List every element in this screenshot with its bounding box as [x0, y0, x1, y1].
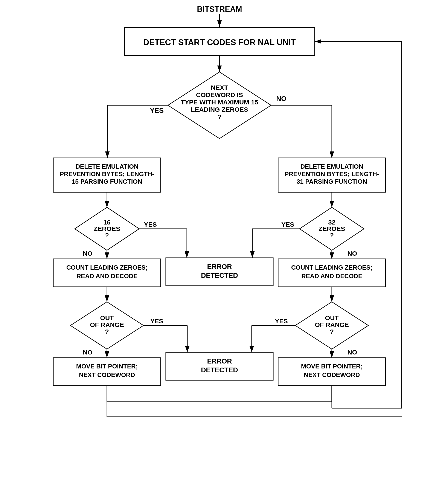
no-32-label: NO [348, 250, 357, 257]
svg-text:?: ? [218, 113, 221, 120]
svg-text:31 PARSING FUNCTION: 31 PARSING FUNCTION [297, 178, 367, 185]
svg-text:OF RANGE: OF RANGE [315, 321, 349, 328]
diamond-range-left-text: OUT [100, 314, 114, 321]
no-range-right-label: NO [348, 349, 357, 356]
error-detected-2-text: ERROR [207, 357, 232, 365]
no-label-1: NO [276, 95, 287, 102]
svg-text:?: ? [105, 328, 109, 335]
svg-text:15 PARSING FUNCTION: 15 PARSING FUNCTION [72, 178, 142, 185]
svg-text:NEXT CODEWORD: NEXT CODEWORD [304, 371, 360, 378]
svg-text:OF RANGE: OF RANGE [90, 321, 124, 328]
move-bit-right-text: MOVE BIT POINTER; [301, 363, 363, 370]
flowchart-container: BITSTREAM DETECT START CODES FOR NAL UNI… [0, 0, 439, 504]
svg-text:?: ? [330, 328, 334, 335]
svg-text:?: ? [330, 232, 334, 239]
bitstream-label: BITSTREAM [197, 5, 242, 13]
detect-start-text: DETECT START CODES FOR NAL UNIT [143, 38, 296, 47]
diamond-codeword-text: NEXT [211, 84, 228, 91]
diamond-range-right-text: OUT [325, 314, 339, 321]
svg-text:ZEROES: ZEROES [94, 225, 120, 232]
svg-text:DETECTED: DETECTED [201, 366, 238, 374]
svg-text:DETECTED: DETECTED [201, 271, 238, 279]
diamond-16-text: 16 [103, 219, 110, 226]
yes-range-left-label: YES [150, 318, 163, 325]
svg-text:?: ? [105, 232, 109, 239]
svg-text:ZEROES: ZEROES [318, 225, 345, 232]
delete-15-text: DELETE EMULATION [76, 163, 138, 170]
error-detected-1-text: ERROR [207, 263, 232, 270]
svg-text:CODEWORD IS: CODEWORD IS [196, 91, 243, 98]
delete-31-text: DELETE EMULATION [301, 163, 363, 170]
svg-text:NEXT CODEWORD: NEXT CODEWORD [79, 371, 135, 378]
svg-text:READ AND DECODE: READ AND DECODE [76, 273, 137, 280]
no-16-label: NO [83, 250, 93, 257]
svg-text:TYPE WITH MAXIMUM 15: TYPE WITH MAXIMUM 15 [181, 98, 258, 106]
svg-text:LEADING ZEROES: LEADING ZEROES [191, 106, 248, 113]
diamond-32-text: 32 [328, 219, 335, 226]
yes-range-right-label: YES [275, 318, 288, 325]
yes-label-1: YES [150, 107, 164, 114]
yes-16-label: YES [144, 221, 157, 228]
yes-32-label: YES [281, 221, 294, 228]
move-bit-left-text: MOVE BIT POINTER; [76, 363, 138, 370]
svg-text:READ AND DECODE: READ AND DECODE [301, 273, 362, 280]
svg-text:PREVENTION BYTES; LENGTH-: PREVENTION BYTES; LENGTH- [60, 171, 154, 177]
svg-text:PREVENTION BYTES; LENGTH-: PREVENTION BYTES; LENGTH- [285, 171, 379, 177]
count-leading-15-text: COUNT LEADING ZEROES; [66, 264, 148, 271]
no-range-left-label: NO [83, 349, 93, 356]
count-leading-31-text: COUNT LEADING ZEROES; [291, 264, 373, 271]
